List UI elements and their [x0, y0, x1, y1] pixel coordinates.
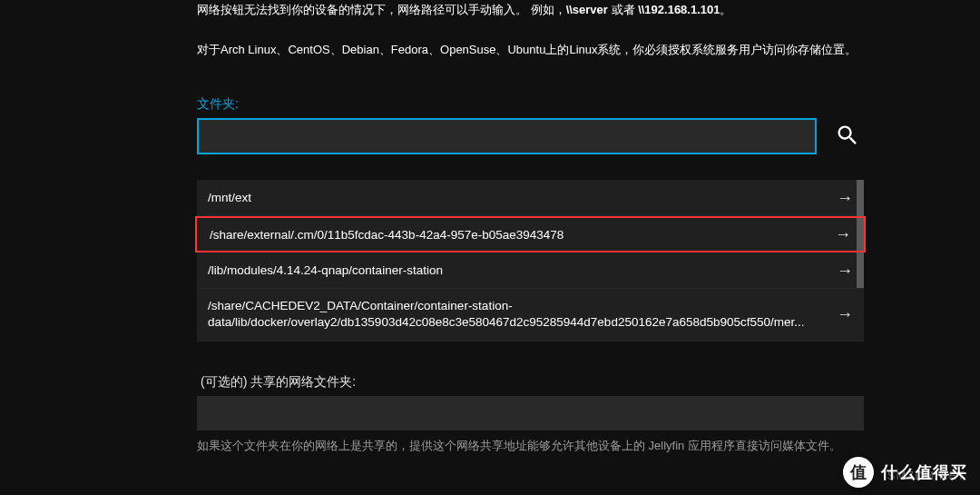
path-item-share-cachedev2[interactable]: /share/CACHEDEV2_DATA/Container/containe…	[197, 289, 864, 341]
watermark-text: 什么值得买	[881, 461, 967, 483]
folder-input[interactable]	[197, 118, 817, 154]
path-item-lib-modules[interactable]: /lib/modules/4.14.24-qnap/container-stat…	[197, 252, 864, 289]
chevron-right-icon: →	[837, 303, 853, 325]
folder-label: 文件夹:	[197, 96, 864, 113]
chevron-right-icon: →	[837, 261, 853, 280]
help-text-network: 网络按钮无法找到你的设备的情况下，网络路径可以手动输入。 例如，\\server…	[197, 0, 864, 20]
path-text: /mnt/ext	[208, 191, 251, 204]
chevron-right-icon: →	[835, 225, 851, 244]
help-text-linux: 对于Arch Linux、CentOS、Debian、Fedora、OpenSu…	[197, 40, 864, 60]
watermark-badge-icon: 值	[843, 457, 874, 488]
shared-folder-label: (可选的) 共享的网络文件夹:	[201, 374, 864, 391]
shared-description: 如果这个文件夹在你的网络上是共享的，提供这个网络共享地址能够允许其他设备上的 J…	[197, 436, 864, 456]
path-text: /lib/modules/4.14.24-qnap/container-stat…	[208, 263, 443, 277]
path-item-mnt-ext[interactable]: /mnt/ext →	[197, 180, 864, 216]
search-icon	[835, 123, 860, 148]
path-item-share-external[interactable]: /share/external/.cm/0/11b5fcdac-443b-42a…	[195, 216, 866, 252]
shared-folder-input[interactable]	[197, 396, 864, 431]
path-text-line1: /share/CACHEDEV2_DATA/Container/containe…	[208, 298, 513, 314]
path-text-line2: data/lib/docker/overlay2/db135903d42c08e…	[208, 314, 805, 331]
path-list: /mnt/ext → /share/external/.cm/0/11b5fcd…	[197, 180, 864, 341]
path-text: /share/external/.cm/0/11b5fcdac-443b-42a…	[210, 228, 564, 242]
watermark: 值 什么值得买	[843, 457, 967, 488]
search-button[interactable]	[831, 119, 864, 154]
chevron-right-icon: →	[837, 188, 853, 207]
